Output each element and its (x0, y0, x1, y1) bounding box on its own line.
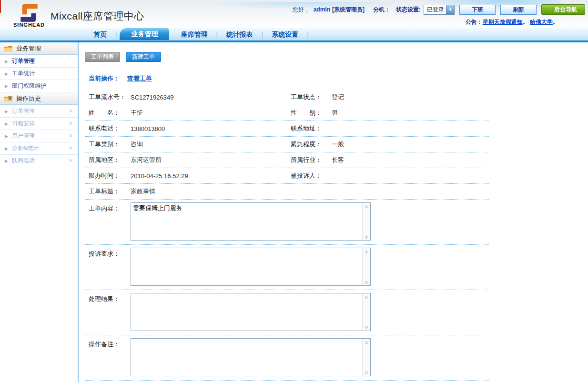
nav-divider: | (307, 29, 308, 40)
content-textarea-wrap: 需要保姆上门服务 ∧ ∨ (131, 202, 371, 241)
sidebar-item-label: 部门权限维护 (12, 82, 46, 90)
notice-link-holiday[interactable]: 星期天放假通知 (483, 19, 523, 25)
content-label: 工单内容： (89, 202, 131, 241)
username: admin (314, 6, 330, 13)
close-icon[interactable]: ✕ (69, 121, 73, 127)
status-label: 工单状态： (291, 93, 332, 101)
sidebar-group-history[interactable]: 操作历史 (0, 92, 78, 105)
deadline-label: 限办时间： (89, 171, 131, 180)
notice-link-harvard[interactable]: 哈佛大学 (530, 19, 553, 25)
serial-value: SC1271926349 (131, 94, 291, 101)
tab-home[interactable]: 首页 (85, 29, 115, 40)
folder-history-icon (4, 95, 12, 102)
phone-value: 1380013800 (131, 125, 291, 132)
scrollbar[interactable]: ∧ ∨ (362, 293, 370, 331)
sidebar-hist-order-mgmt[interactable]: ▶ 订单管理 ✕ (0, 105, 78, 118)
backend-nav-label: 后台导航 (554, 6, 577, 13)
close-icon[interactable]: ✕ (69, 108, 73, 114)
scroll-down-icon[interactable]: ∨ (365, 324, 369, 331)
scroll-up-icon[interactable]: ∧ (365, 203, 369, 210)
header: SINGHEAD Mixcall座席管理中心 您好， admin [系统管理员]… (0, 0, 588, 28)
chevron-down-icon[interactable]: ▼ (446, 5, 454, 14)
bullet-arrow-icon: ▶ (5, 134, 8, 139)
form-row-content: 工单内容： 需要保姆上门服务 ∧ ∨ (85, 200, 489, 245)
bullet-arrow-icon: ▶ (5, 159, 8, 163)
address-label: 联系地址： (291, 124, 332, 133)
close-icon[interactable]: ✕ (69, 145, 73, 151)
urgency-value: 一般 (332, 140, 489, 149)
category-label: 工单类别： (89, 140, 131, 149)
sidebar-group-business[interactable]: 业务管理 (0, 42, 78, 55)
greeting-text: 您好， (293, 6, 310, 14)
scrollbar[interactable]: ∧ ∨ (362, 203, 370, 240)
decor-red-mark (0, 0, 1, 13)
deadline-value: 2010-04-25 16:52:29 (131, 172, 291, 180)
sidebar-hist-queue-calls[interactable]: ▶ 队列电话 ✕ (0, 155, 78, 167)
form-row-phone-address: 联系电话： 1380013800 联系地址： (85, 121, 489, 137)
operation-remark-label: 操作备注： (89, 338, 131, 376)
scrollbar[interactable]: ∧ ∨ (362, 248, 370, 285)
scroll-down-icon[interactable]: ∨ (365, 279, 369, 285)
form-row-operation-remark: 操作备注： ∧ ∨ (85, 335, 489, 381)
sidebar: 业务管理 ▶ 订单管理 ▶ 工单统计 ▶ 部门权限维护 操作历史 ▶ 订单管理 … (0, 42, 79, 382)
bullet-arrow-icon: ▶ (5, 146, 8, 151)
sidebar-hist-analysis-stats[interactable]: ▶ 分析&统计 ✕ (0, 142, 78, 155)
sidebar-item-order-mgmt[interactable]: ▶ 订单管理 (0, 55, 78, 68)
user-role: [系统管理员] (332, 6, 365, 14)
tab-seat-mgmt[interactable]: 座席管理 (172, 29, 216, 40)
form-row-serial-status: 工单流水号： SC1271926349 工单状态： 登记 (85, 90, 489, 105)
tab-system-settings[interactable]: 系统设置 (263, 29, 307, 40)
handle-result-textarea[interactable] (131, 293, 371, 331)
bullet-arrow-icon: ▶ (5, 109, 8, 114)
form-row-deadline-accused: 限办时间： 2010-04-25 16:52:29 被投诉人： (85, 168, 489, 184)
tab-business-mgmt[interactable]: 业务管理 (120, 28, 169, 40)
refresh-button[interactable]: 刷新 (500, 5, 537, 15)
title-label: 工单标题： (89, 187, 131, 196)
sidebar-group-title: 业务管理 (16, 44, 41, 53)
name-label: 姓 名： (89, 109, 131, 117)
urgency-label: 紧急程度： (291, 140, 332, 149)
login-status-select[interactable]: 已登录 ▼ (424, 5, 455, 15)
sidebar-item-dept-permission[interactable]: ▶ 部门权限维护 (0, 80, 78, 92)
workorder-form: 工单流水号： SC1271926349 工单状态： 登记 姓 名： 王怔 性 别… (85, 90, 489, 382)
new-workorder-button[interactable]: 新建工单 (126, 52, 161, 62)
current-operation-value[interactable]: 查看工单 (127, 75, 152, 82)
tab-stats-report[interactable]: 统计报表 (218, 29, 262, 40)
logo-text: SINGHEAD (13, 22, 45, 28)
close-icon[interactable]: ✕ (69, 133, 73, 139)
form-row-complaint-request: 投诉要求： ∧ ∨ (85, 245, 489, 290)
extension-label: 分机： (373, 6, 390, 14)
backend-nav-button[interactable]: ↓后台导航 (541, 4, 585, 15)
scroll-up-icon[interactable]: ∧ (365, 248, 369, 255)
complaint-request-textarea[interactable] (131, 248, 371, 286)
form-row-title: 工单标题： 家政事情 (85, 184, 489, 200)
form-row-region-industry: 所属地区： 东河运管所 所属行业： 长客 (85, 152, 489, 168)
industry-value: 长客 (332, 156, 489, 164)
sidebar-item-workorder-stats[interactable]: ▶ 工单统计 (0, 68, 78, 80)
login-status-value: 已登录 (424, 6, 446, 14)
phone-label: 联系电话： (89, 124, 131, 133)
scroll-down-icon[interactable]: ∨ (365, 369, 369, 376)
scroll-up-icon[interactable]: ∧ (365, 339, 369, 345)
sidebar-item-label: 队列电话 (12, 157, 35, 165)
sidebar-hist-user-mgmt[interactable]: ▶ 用户管理 ✕ (0, 130, 78, 142)
notice-dot: 。 (553, 19, 558, 25)
scroll-up-icon[interactable]: ∧ (365, 293, 369, 300)
scroll-down-icon[interactable]: ∨ (365, 233, 369, 240)
operation-remark-textarea[interactable] (131, 338, 371, 376)
off-duty-button[interactable]: 下班 (459, 5, 496, 15)
sidebar-hist-schedule[interactable]: ▶ 日程安排 ✕ (0, 118, 78, 130)
workorder-list-button[interactable]: 工单列表 (85, 52, 120, 62)
close-icon[interactable]: ✕ (69, 158, 73, 164)
toolbar: 工单列表 新建工单 (85, 52, 588, 62)
form-row-name-gender: 姓 名： 王怔 性 别： 男 (85, 105, 489, 121)
status-value: 登记 (332, 93, 489, 101)
nav-bar: 首页 | 业务管理 座席管理 | 统计报表 | 系统设置 | (0, 28, 588, 40)
bullet-arrow-icon: ▶ (5, 59, 8, 64)
scrollbar[interactable]: ∧ ∨ (362, 339, 370, 376)
app-title: Mixcall座席管理中心 (51, 10, 144, 23)
serial-label: 工单流水号： (89, 93, 131, 101)
content-textarea[interactable]: 需要保姆上门服务 (131, 202, 371, 241)
title-value: 家政事情 (131, 187, 489, 196)
category-value: 咨询 (131, 140, 291, 149)
